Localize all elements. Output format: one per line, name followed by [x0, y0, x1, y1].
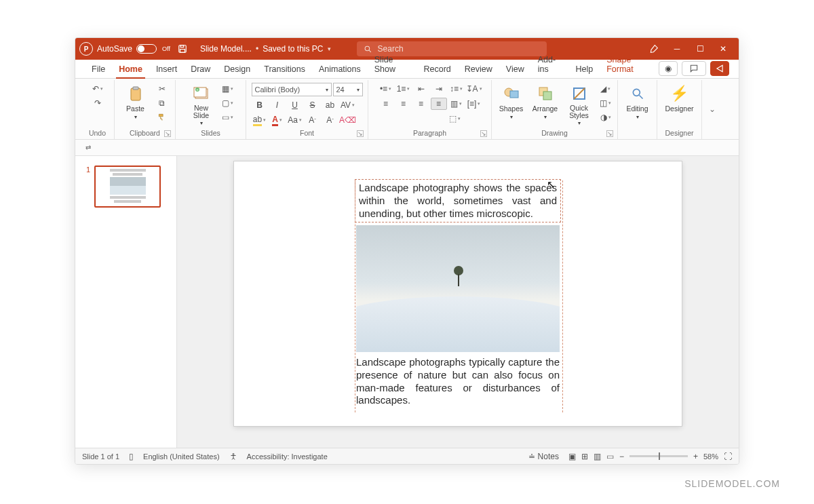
line-spacing-button[interactable]: ↕≡▾ — [448, 83, 465, 95]
new-slide-button[interactable]: + New Slide▾ — [186, 83, 217, 126]
tab-help[interactable]: Help — [568, 62, 600, 78]
camera-button[interactable]: ◉ — [659, 61, 678, 76]
slide-editor[interactable]: ↖ Landscape photography shows the spaces… — [177, 156, 739, 448]
accessibility-icon[interactable] — [229, 452, 237, 461]
zoom-in-button[interactable]: + — [693, 452, 698, 461]
tab-shape-format[interactable]: Shape Format — [600, 52, 659, 78]
tab-home[interactable]: Home — [112, 62, 149, 78]
normal-view-button[interactable]: ▣ — [568, 452, 576, 461]
tab-slideshow[interactable]: Slide Show — [368, 52, 417, 78]
shape-outline-button[interactable]: ◫▾ — [598, 97, 614, 109]
italic-button[interactable]: I — [269, 99, 286, 111]
tab-record[interactable]: Record — [417, 62, 458, 78]
shadow-button[interactable]: ab — [322, 99, 338, 111]
qat-customize[interactable]: ⇄ — [82, 143, 94, 152]
paste-button[interactable]: Paste▾ — [120, 83, 151, 120]
undo-button[interactable]: ↶▾ — [90, 83, 106, 95]
tab-view[interactable]: View — [499, 62, 531, 78]
tab-transitions[interactable]: Transitions — [257, 62, 312, 78]
smartart-button[interactable]: ⬚▾ — [447, 113, 463, 125]
fit-window-button[interactable]: ⛶ — [724, 452, 732, 461]
section-button[interactable]: ▭▾ — [220, 111, 236, 123]
cursor-icon: ↖ — [547, 178, 556, 191]
tab-design[interactable]: Design — [217, 62, 257, 78]
align-right-button[interactable]: ≡ — [413, 98, 429, 110]
clipboard-launcher[interactable]: ↘ — [164, 130, 171, 137]
quick-styles-button[interactable]: Quick Styles▾ — [564, 83, 595, 126]
cut-button[interactable]: ✂ — [154, 83, 170, 95]
underline-button[interactable]: U — [287, 99, 303, 111]
tab-addins[interactable]: Add-ins — [531, 52, 569, 78]
justify-button[interactable]: ≡ — [431, 98, 447, 110]
notes-button[interactable]: ≐ Notes — [528, 452, 559, 461]
text-direction-button[interactable]: ↧A▾ — [466, 83, 482, 95]
save-status[interactable]: Saved to this PC — [263, 44, 323, 54]
autosave-toggle[interactable] — [136, 44, 157, 54]
thumb-number: 1 — [86, 166, 90, 208]
svg-line-4 — [369, 50, 371, 52]
tab-draw[interactable]: Draw — [184, 62, 217, 78]
slide-image[interactable] — [356, 225, 560, 352]
editing-button[interactable]: Editing▾ — [622, 83, 653, 120]
textbox-bottom[interactable]: Landscape photographs typically capture … — [356, 356, 560, 407]
align-text-button[interactable]: [≡]▾ — [466, 98, 482, 110]
language-status[interactable]: English (United States) — [143, 452, 220, 461]
slideshow-view-button[interactable]: ▭ — [606, 452, 614, 461]
font-name-select[interactable]: Calibri (Body)▾ — [252, 83, 332, 96]
reset-button[interactable]: ▢▾ — [220, 97, 236, 109]
copy-button[interactable]: ⧉ — [154, 97, 170, 109]
minimize-button[interactable]: ─ — [665, 38, 689, 60]
svg-rect-5 — [131, 88, 140, 100]
clear-format-button[interactable]: A⌫ — [340, 114, 356, 126]
paragraph-launcher[interactable]: ↘ — [480, 130, 487, 137]
shrink-font-button[interactable]: Aˇ — [322, 114, 338, 126]
shape-fill-button[interactable]: ◢▾ — [598, 83, 614, 95]
font-color-button[interactable]: A▾ — [269, 114, 286, 126]
layout-button[interactable]: ▦▾ — [220, 83, 236, 95]
shapes-button[interactable]: Shapes▾ — [496, 83, 527, 120]
drawing-launcher[interactable]: ↘ — [606, 130, 613, 137]
shape-effects-button[interactable]: ◑▾ — [598, 111, 614, 123]
slide-canvas[interactable]: ↖ Landscape photography shows the spaces… — [234, 161, 682, 426]
tab-animations[interactable]: Animations — [312, 62, 368, 78]
numbering-button[interactable]: 1≡▾ — [395, 83, 412, 95]
reading-view-button[interactable]: ▥ — [594, 452, 601, 461]
spellcheck-icon[interactable]: ▯ — [129, 452, 134, 461]
group-clipboard-label: Clipboard↘ — [119, 128, 171, 139]
share-button[interactable] — [710, 61, 729, 76]
comments-button[interactable] — [682, 61, 706, 76]
zoom-slider[interactable] — [629, 455, 688, 457]
align-center-button[interactable]: ≡ — [395, 98, 412, 110]
accessibility-status[interactable]: Accessibility: Investigate — [247, 452, 328, 461]
strike-button[interactable]: S — [305, 99, 321, 111]
bold-button[interactable]: B — [252, 99, 268, 111]
highlight-button[interactable]: ab▾ — [252, 114, 268, 126]
close-button[interactable]: ✕ — [712, 38, 735, 60]
zoom-percent[interactable]: 58% — [703, 452, 718, 461]
spacing-button[interactable]: AV▾ — [340, 99, 356, 111]
change-case-button[interactable]: Aa▾ — [287, 114, 303, 126]
group-drawing-label: Drawing↘ — [496, 128, 613, 139]
indent-right-button[interactable]: ⇥ — [431, 83, 447, 95]
redo-button[interactable]: ↷ — [90, 97, 106, 109]
ribbon-collapse-button[interactable]: ⌄ — [709, 104, 716, 114]
font-launcher[interactable]: ↘ — [357, 130, 364, 137]
thumbnail-panel[interactable]: 1 — [75, 156, 177, 448]
arrange-button[interactable]: Arrange▾ — [530, 83, 561, 120]
align-left-button[interactable]: ≡ — [378, 98, 394, 110]
maximize-button[interactable]: ☐ — [689, 38, 712, 60]
grow-font-button[interactable]: Aˆ — [305, 114, 321, 126]
tab-file[interactable]: File — [85, 62, 112, 78]
indent-left-button[interactable]: ⇤ — [413, 83, 429, 95]
sorter-view-button[interactable]: ⊞ — [581, 452, 588, 461]
save-icon[interactable] — [174, 43, 191, 55]
format-painter-button[interactable] — [154, 111, 170, 123]
tab-review[interactable]: Review — [458, 62, 499, 78]
columns-button[interactable]: ▥▾ — [448, 98, 465, 110]
slide-thumbnail-1[interactable] — [94, 166, 161, 208]
tab-insert[interactable]: Insert — [149, 62, 184, 78]
bullets-button[interactable]: •≡▾ — [378, 83, 394, 95]
designer-button[interactable]: ⚡Designer — [664, 83, 695, 113]
font-size-select[interactable]: 24▾ — [333, 83, 363, 96]
zoom-out-button[interactable]: − — [619, 452, 624, 461]
